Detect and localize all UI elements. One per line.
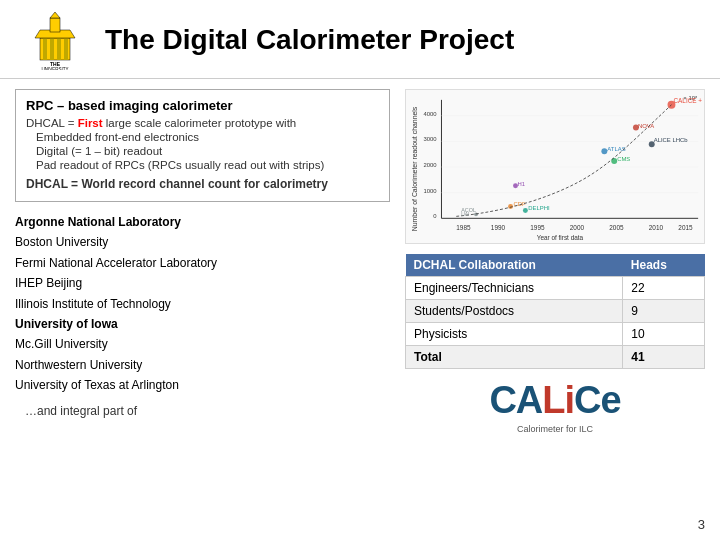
table-header-heads: Heads xyxy=(623,254,705,277)
page-number: 3 xyxy=(698,517,705,532)
detail-2: Digital (= 1 – bit) readout xyxy=(26,145,379,157)
list-item: University of Iowa xyxy=(15,314,390,334)
left-column: RPC – based imaging calorimeter DHCAL = … xyxy=(15,89,390,434)
svg-text:1990: 1990 xyxy=(491,224,506,231)
table-cell-label: Students/Postdocs xyxy=(406,300,623,323)
dhcal-prefix: DHCAL = xyxy=(26,117,78,129)
svg-text:2000: 2000 xyxy=(423,162,437,168)
list-item: Illinois Institute of Technology xyxy=(15,294,390,314)
svg-text:CMS: CMS xyxy=(617,156,630,162)
svg-text:ATLAS: ATLAS xyxy=(607,146,625,152)
svg-text:NOVA: NOVA xyxy=(638,123,654,129)
list-item: Fermi National Accelerator Laboratory xyxy=(15,253,390,273)
main-content: RPC – based imaging calorimeter DHCAL = … xyxy=(0,79,720,444)
table-cell-total-value: 41 xyxy=(623,346,705,369)
table-cell-total-label: Total xyxy=(406,346,623,369)
calice-logo-area: CALiCe Calorimeter for ILC xyxy=(405,379,705,434)
table-row: Physicists 10 xyxy=(406,323,705,346)
dhcal-suffix: large scale calorimeter prototype with xyxy=(103,117,297,129)
svg-text:2005: 2005 xyxy=(609,224,624,231)
integral-text: …and integral part of xyxy=(15,404,390,418)
detail-1: Embedded front-end electronics xyxy=(26,131,379,143)
list-item: Argonne National Laboratory xyxy=(15,212,390,232)
table-cell-value: 10 xyxy=(623,323,705,346)
world-record: DHCAL = World record channel count for c… xyxy=(26,177,379,191)
info-box-title: RPC – based imaging calorimeter xyxy=(26,98,379,113)
svg-marker-7 xyxy=(50,12,60,18)
svg-text:DELPHI: DELPHI xyxy=(528,205,550,211)
svg-text:4000: 4000 xyxy=(423,111,437,117)
svg-text:0: 0 xyxy=(433,213,437,219)
university-logo: THE UNIVERSITY xyxy=(20,10,90,70)
svg-rect-3 xyxy=(57,38,61,60)
svg-text:UNIVERSITY: UNIVERSITY xyxy=(41,67,68,70)
page-title: The Digital Calorimeter Project xyxy=(105,24,514,56)
svg-text:1000: 1000 xyxy=(423,188,437,194)
collaboration-table: DCHAL Collaboration Heads Engineers/Tech… xyxy=(405,254,705,369)
list-item: Boston University xyxy=(15,232,390,252)
svg-text:Number of Calorimeter readout : Number of Calorimeter readout channels xyxy=(411,106,418,231)
svg-rect-1 xyxy=(43,38,47,60)
table-cell-value: 9 xyxy=(623,300,705,323)
header: THE UNIVERSITY The Digital Calorimeter P… xyxy=(0,0,720,79)
svg-text:1985: 1985 xyxy=(456,224,471,231)
svg-text:H1: H1 xyxy=(517,181,525,187)
list-item: University of Texas at Arlington xyxy=(15,375,390,395)
institution-list: Argonne National Laboratory Boston Unive… xyxy=(15,212,390,396)
calice-logo: CALiCe xyxy=(489,379,620,422)
right-column: Number of Calorimeter readout channels 1… xyxy=(405,89,705,434)
info-box: RPC – based imaging calorimeter DHCAL = … xyxy=(15,89,390,202)
detail-3: Pad readout of RPCs (RPCs usually read o… xyxy=(26,159,379,171)
table-cell-label: Engineers/Technicians xyxy=(406,277,623,300)
svg-text:1995: 1995 xyxy=(530,224,545,231)
svg-text:Year of first data: Year of first data xyxy=(537,234,584,241)
table-cell-label: Physicists xyxy=(406,323,623,346)
table-cell-value: 22 xyxy=(623,277,705,300)
calice-subtitle: Calorimeter for ILC xyxy=(489,424,620,434)
table-row: Engineers/Technicians 22 xyxy=(406,277,705,300)
svg-text:CALICE + DHCAL: CALICE + DHCAL xyxy=(673,97,704,104)
svg-text:2010: 2010 xyxy=(649,224,664,231)
table-row: Students/Postdocs 9 xyxy=(406,300,705,323)
list-item: Northwestern University xyxy=(15,355,390,375)
chart-area: Number of Calorimeter readout channels 1… xyxy=(405,89,705,244)
dhcal-first: First xyxy=(78,117,103,129)
table-header-collab: DCHAL Collaboration xyxy=(406,254,623,277)
svg-point-41 xyxy=(523,208,528,213)
svg-rect-2 xyxy=(50,38,54,60)
svg-rect-6 xyxy=(50,18,60,32)
svg-text:ALICE LHCb: ALICE LHCb xyxy=(654,137,689,143)
svg-text:2015: 2015 xyxy=(678,224,693,231)
table-row-total: Total 41 xyxy=(406,346,705,369)
list-item: IHEP Beijing xyxy=(15,273,390,293)
dhcal-line1: DHCAL = First large scale calorimeter pr… xyxy=(26,117,379,129)
svg-text:3000: 3000 xyxy=(423,136,437,142)
svg-rect-4 xyxy=(64,38,68,60)
list-item: Mc.Gill University xyxy=(15,334,390,354)
svg-text:UAl: UAl xyxy=(461,212,469,217)
svg-text:2000: 2000 xyxy=(570,224,585,231)
